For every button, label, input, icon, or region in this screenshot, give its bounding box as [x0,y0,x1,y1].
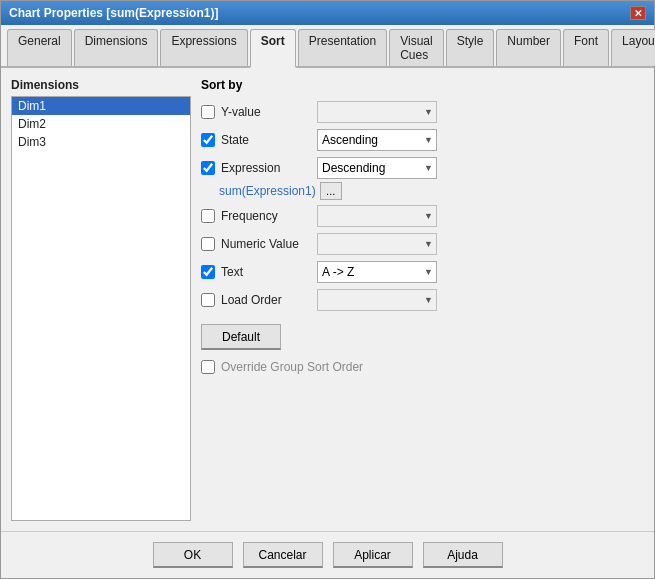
sort-row-frequency: Frequency [201,204,644,228]
dropdown-wrapper-state: AscendingDescending [317,129,437,151]
ok-button[interactable]: OK [153,542,233,568]
dropdown-expression[interactable]: DescendingAscending [317,157,437,179]
checkbox-frequency[interactable] [201,209,215,223]
list-item[interactable]: Dim2 [12,115,190,133]
dropdown-load-order[interactable] [317,289,437,311]
tab-style[interactable]: Style [446,29,495,66]
checkbox-state[interactable] [201,133,215,147]
checkbox-text[interactable] [201,265,215,279]
tab-dimensions[interactable]: Dimensions [74,29,159,66]
window-title: Chart Properties [sum(Expression1)] [9,6,218,20]
sort-rows: Y-valueStateAscendingDescendingExpressio… [201,100,644,312]
label-y-value: Y-value [221,105,311,119]
dropdown-state[interactable]: AscendingDescending [317,129,437,151]
label-state: State [221,133,311,147]
left-panel: Dimensions Dim1Dim2Dim3 [11,78,191,521]
label-text: Text [221,265,311,279]
main-window: Chart Properties [sum(Expression1)] ✕ Ge… [0,0,655,579]
expression-edit-button[interactable]: ... [320,182,342,200]
right-panel: Sort by Y-valueStateAscendingDescendingE… [201,78,644,521]
tab-sort[interactable]: Sort [250,29,296,68]
dropdown-wrapper-load-order [317,289,437,311]
sort-row-text: TextA -> ZZ -> A [201,260,644,284]
checkbox-numeric-value[interactable] [201,237,215,251]
list-item[interactable]: Dim1 [12,97,190,115]
sort-by-label: Sort by [201,78,644,92]
dropdown-wrapper-frequency [317,205,437,227]
dropdown-text[interactable]: A -> ZZ -> A [317,261,437,283]
tab-expressions[interactable]: Expressions [160,29,247,66]
cancel-button[interactable]: Cancelar [243,542,323,568]
dropdown-y-value[interactable] [317,101,437,123]
dropdown-wrapper-numeric-value [317,233,437,255]
tab-layout[interactable]: Layout [611,29,655,66]
dropdown-wrapper-expression: DescendingAscending [317,157,437,179]
checkbox-y-value[interactable] [201,105,215,119]
label-load-order: Load Order [221,293,311,307]
footer: OK Cancelar Aplicar Ajuda [1,531,654,578]
dimensions-label: Dimensions [11,78,191,92]
sort-row-y-value: Y-value [201,100,644,124]
apply-button[interactable]: Aplicar [333,542,413,568]
sort-row-expression: ExpressionDescendingAscendingsum(Express… [201,156,644,200]
dropdown-numeric-value[interactable] [317,233,437,255]
override-row: Override Group Sort Order [201,360,644,374]
tab-general[interactable]: General [7,29,72,66]
label-frequency: Frequency [221,209,311,223]
expression-row: sum(Expression1)... [219,182,644,200]
tab-visual-cues[interactable]: Visual Cues [389,29,443,66]
dropdown-wrapper-text: A -> ZZ -> A [317,261,437,283]
override-checkbox[interactable] [201,360,215,374]
label-expression: Expression [221,161,311,175]
sort-row-state: StateAscendingDescending [201,128,644,152]
sort-row-load-order: Load Order [201,288,644,312]
list-item[interactable]: Dim3 [12,133,190,151]
default-button[interactable]: Default [201,324,281,350]
close-button[interactable]: ✕ [630,6,646,20]
tab-presentation[interactable]: Presentation [298,29,387,66]
tab-font[interactable]: Font [563,29,609,66]
checkbox-load-order[interactable] [201,293,215,307]
checkbox-expression[interactable] [201,161,215,175]
expression-text: sum(Expression1) [219,184,316,198]
dimensions-listbox: Dim1Dim2Dim3 [11,96,191,521]
override-label: Override Group Sort Order [221,360,363,374]
sort-row-numeric-value: Numeric Value [201,232,644,256]
label-numeric-value: Numeric Value [221,237,311,251]
title-bar: Chart Properties [sum(Expression1)] ✕ [1,1,654,25]
help-button[interactable]: Ajuda [423,542,503,568]
tab-number[interactable]: Number [496,29,561,66]
tabs-bar: GeneralDimensionsExpressionsSortPresenta… [1,25,654,68]
dropdown-wrapper-y-value [317,101,437,123]
dropdown-frequency[interactable] [317,205,437,227]
content-area: Dimensions Dim1Dim2Dim3 Sort by Y-valueS… [1,68,654,531]
